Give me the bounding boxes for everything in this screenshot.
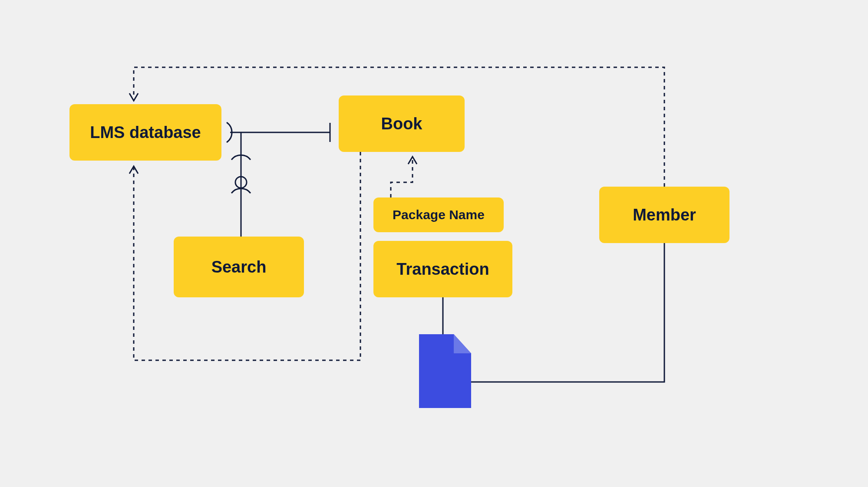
node-label: Search (211, 258, 267, 276)
node-member: Member (599, 187, 729, 243)
node-label: Package Name (393, 207, 485, 222)
node-transaction: Transaction (373, 241, 512, 297)
node-label: Transaction (396, 260, 489, 279)
node-label: Member (633, 206, 696, 224)
node-lms-database: LMS database (69, 104, 221, 161)
node-label: Book (381, 115, 422, 133)
node-package-name: Package Name (373, 197, 504, 232)
node-label: LMS database (90, 123, 201, 142)
node-book: Book (339, 95, 465, 152)
diagram-canvas: LMS database Book Search Package Name Tr… (0, 0, 868, 487)
edge-lms-book (227, 122, 330, 142)
file-icon (419, 334, 471, 408)
edge-lms-search (231, 132, 251, 237)
node-search: Search (174, 237, 304, 297)
edge-package-book-dashed (391, 157, 417, 197)
svg-point-3 (235, 177, 247, 188)
